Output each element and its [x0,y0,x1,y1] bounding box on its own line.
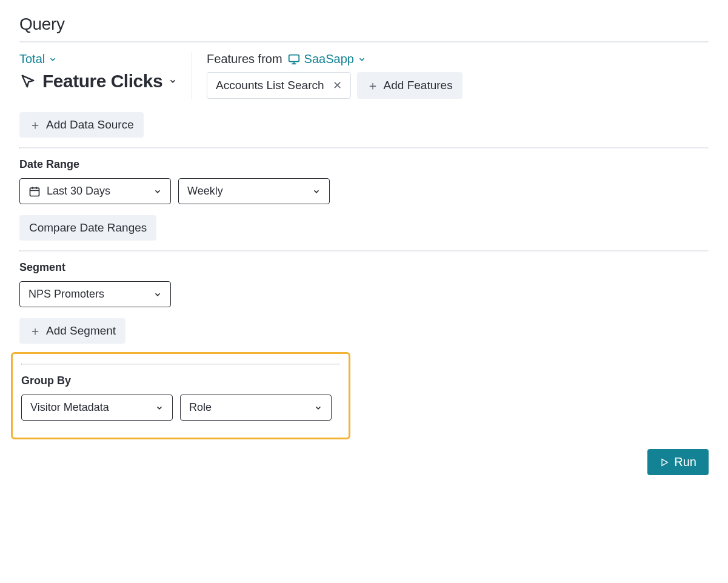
group-by-type-select[interactable]: Visitor Metadata [21,395,173,421]
feature-chip[interactable]: Accounts List Search ✕ [207,72,350,99]
top-config-row: Total Feature Clicks Features from [19,52,709,99]
cursor-icon [19,73,36,90]
granularity-select[interactable]: Weekly [178,178,330,204]
features-from-row: Features from SaaSapp [207,52,709,66]
compare-label: Compare Date Ranges [29,221,147,235]
vertical-divider [192,52,192,99]
segment-value: NPS Promoters [28,288,104,301]
add-features-button[interactable]: ＋ Add Features [357,72,463,99]
chevron-down-icon [358,55,366,64]
segment-select[interactable]: NPS Promoters [19,281,171,307]
run-label: Run [674,455,696,469]
svg-rect-3 [30,188,39,196]
features-from-label: Features from [207,52,282,66]
feature-chip-label: Accounts List Search [216,79,324,92]
chevron-down-icon [314,404,322,412]
divider [21,364,340,365]
date-range-value: Last 30 Days [47,185,110,198]
play-icon [660,458,669,467]
date-range-label: Date Range [19,158,709,171]
metric-selector[interactable]: Feature Clicks [19,71,177,92]
segment-label: Segment [19,261,709,274]
aggregation-label: Total [19,52,45,66]
panel-title: Query [19,15,709,34]
plus-icon: ＋ [367,79,379,92]
chevron-down-icon [153,290,162,299]
plus-icon: ＋ [29,325,41,337]
close-icon[interactable]: ✕ [333,80,342,91]
plus-icon: ＋ [29,119,41,131]
feature-chip-row: Accounts List Search ✕ ＋ Add Features [207,72,709,99]
add-segment-label: Add Segment [46,324,116,338]
date-range-row: Last 30 Days Weekly [19,178,709,204]
group-by-label: Group By [21,375,340,387]
add-data-source-button[interactable]: ＋ Add Data Source [19,112,144,138]
chevron-down-icon [153,187,162,196]
group-by-highlight: Group By Visitor Metadata Role [11,352,350,439]
run-button[interactable]: Run [647,449,709,475]
app-name: SaaSapp [304,52,354,66]
add-features-label: Add Features [384,79,453,92]
chevron-down-icon [155,404,164,412]
metric-block: Total Feature Clicks [19,52,192,99]
metric-title: Feature Clicks [42,71,162,92]
calendar-icon [28,185,41,198]
add-segment-button[interactable]: ＋ Add Segment [19,318,125,344]
app-dropdown[interactable]: SaaSapp [287,52,366,66]
aggregation-dropdown[interactable]: Total [19,52,57,66]
group-by-field-value: Role [189,401,212,414]
svg-marker-7 [662,459,667,465]
query-panel: Query Total Feature Clicks [19,15,709,475]
group-by-type-value: Visitor Metadata [30,401,109,414]
chevron-down-icon [169,77,177,85]
divider [19,41,709,42]
divider [19,147,709,148]
monitor-icon [287,53,301,66]
divider [19,250,709,252]
group-by-field-select[interactable]: Role [180,395,332,421]
add-data-source-label: Add Data Source [46,118,134,132]
footer: Run [19,449,709,475]
chevron-down-icon [312,187,321,196]
compare-date-ranges-button[interactable]: Compare Date Ranges [19,215,156,241]
features-block: Features from SaaSapp Accounts List Sear… [207,52,709,99]
svg-rect-0 [289,55,299,61]
chevron-down-icon [48,55,57,64]
date-range-select[interactable]: Last 30 Days [19,178,171,204]
granularity-value: Weekly [187,185,223,198]
